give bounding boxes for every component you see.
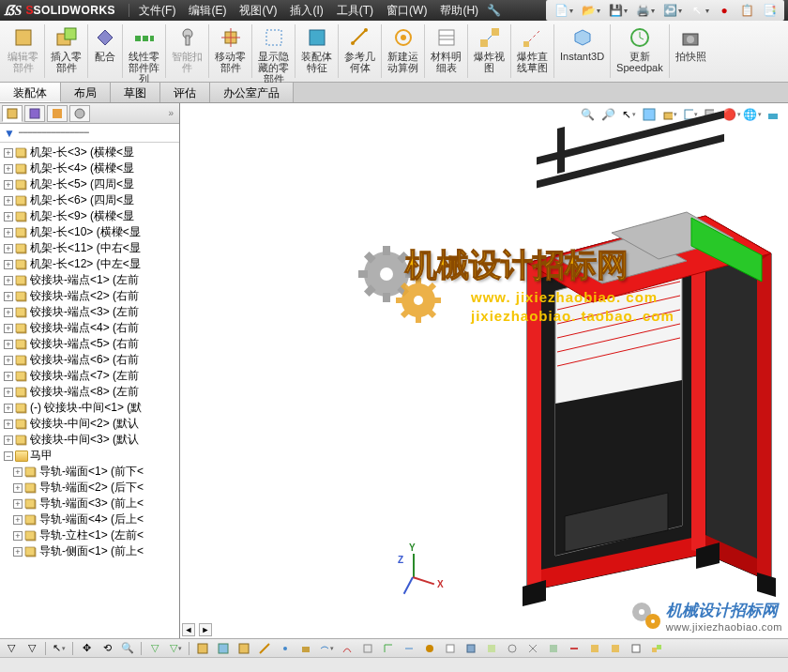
- filter-ext-icon[interactable]: [546, 641, 561, 656]
- tab-assembly[interactable]: 装配体: [0, 83, 61, 102]
- zoom-fit-icon[interactable]: 🔍: [580, 107, 595, 122]
- filter-wire-icon[interactable]: [567, 641, 582, 656]
- panel-expand-icon[interactable]: »: [168, 108, 177, 118]
- filter-ax-icon[interactable]: [257, 641, 272, 656]
- appearance-icon[interactable]: 🔴: [724, 107, 739, 122]
- expand-icon[interactable]: +: [4, 388, 13, 397]
- zoom-icon[interactable]: 🔍: [120, 641, 135, 656]
- expand-icon[interactable]: +: [4, 260, 13, 269]
- explode-line-button[interactable]: 爆炸直 线草图: [511, 24, 554, 78]
- prev-view-icon[interactable]: ↖: [621, 107, 636, 122]
- tree-item[interactable]: +导轨-端面<1> (前下<: [0, 464, 179, 480]
- edit-component-button[interactable]: 编辑零 部件: [2, 24, 45, 78]
- filter-conn-icon[interactable]: [505, 641, 520, 656]
- settings-button[interactable]: 📑: [760, 2, 779, 19]
- expand-icon[interactable]: +: [4, 212, 13, 221]
- filter-surf-icon[interactable]: [216, 641, 231, 656]
- expand-icon[interactable]: +: [13, 515, 23, 525]
- menu-tools[interactable]: 工具(T): [331, 1, 379, 21]
- menu-file[interactable]: 文件(F): [133, 1, 181, 21]
- tree-item[interactable]: +铰接块-端点<4> (右前: [0, 320, 179, 336]
- expand-icon[interactable]: +: [4, 164, 13, 174]
- expand-icon[interactable]: +: [13, 467, 23, 477]
- filter-face-icon[interactable]: [195, 641, 210, 656]
- filter-sketch-icon[interactable]: [360, 641, 375, 656]
- show-hidden-button[interactable]: 显示隐 藏的零 部件: [252, 24, 296, 78]
- filter-solid-icon[interactable]: [236, 641, 251, 656]
- expand-icon[interactable]: +: [13, 531, 23, 541]
- expand-icon[interactable]: +: [4, 420, 13, 429]
- assembly-feature-button[interactable]: 装配体 特征: [296, 24, 339, 78]
- filter-curve-icon[interactable]: [340, 641, 355, 656]
- new-doc-button[interactable]: 📄: [552, 2, 575, 19]
- options-button[interactable]: 📋: [737, 2, 756, 19]
- property-tab[interactable]: [24, 105, 45, 122]
- filter-dt-icon[interactable]: [484, 641, 499, 656]
- menu-edit[interactable]: 编辑(E): [183, 1, 232, 21]
- tree-item[interactable]: +机架-长<4> (横樑<显: [0, 160, 179, 176]
- filter-body-icon[interactable]: [587, 641, 602, 656]
- linear-pattern-button[interactable]: 线性零 部件阵 列: [123, 24, 166, 78]
- filter-mesh-icon[interactable]: [525, 641, 540, 656]
- tree-item[interactable]: +铰接块-端点<8> (左前: [0, 384, 179, 400]
- tree-item[interactable]: +铰接块-中间<3> (默认: [0, 432, 179, 448]
- tree-item[interactable]: +铰接块-端点<6> (右前: [0, 352, 179, 368]
- pan-icon[interactable]: ✥: [79, 641, 94, 656]
- tooltip-icon[interactable]: 🔧: [486, 3, 501, 18]
- tree-item[interactable]: +机架-长<6> (四周<显: [0, 192, 179, 208]
- exploded-view-button[interactable]: 爆炸视 图: [468, 24, 511, 78]
- model-tab-prev[interactable]: ◄: [182, 623, 195, 636]
- orientation-triad[interactable]: Y X Z: [396, 544, 443, 591]
- tree-item[interactable]: +铰接块-端点<1> (左前: [0, 272, 179, 288]
- filter-vertex-icon[interactable]: ▽: [4, 641, 19, 656]
- tab-office[interactable]: 办公室产品: [210, 83, 294, 102]
- tab-layout[interactable]: 布局: [61, 83, 111, 102]
- tree-item[interactable]: +铰接块-中间<2> (默认: [0, 416, 179, 432]
- expand-icon[interactable]: −: [4, 451, 13, 461]
- toggle-2-icon[interactable]: ▽: [168, 641, 183, 656]
- toggle-1-icon[interactable]: ▽: [147, 641, 162, 656]
- mate-button[interactable]: 配合: [88, 24, 123, 78]
- expand-icon[interactable]: +: [4, 196, 13, 206]
- expand-icon[interactable]: +: [4, 180, 13, 190]
- expand-icon[interactable]: +: [4, 435, 13, 445]
- section-icon[interactable]: [642, 107, 657, 122]
- tree-item[interactable]: +机架-长<3> (横樑<显: [0, 145, 179, 160]
- tree-item[interactable]: +导轨-侧面<1> (前上<: [0, 543, 179, 559]
- tree-item[interactable]: +铰接块-端点<5> (右前: [0, 336, 179, 352]
- scene-icon[interactable]: 🌐: [745, 107, 760, 122]
- open-button[interactable]: 📂: [579, 2, 602, 19]
- expand-icon[interactable]: +: [4, 244, 13, 253]
- menu-view[interactable]: 视图(V): [234, 1, 282, 21]
- tree-item[interactable]: +铰接块-端点<3> (左前: [0, 304, 179, 320]
- filter-weld-icon[interactable]: [422, 641, 437, 656]
- filter-icon[interactable]: ▼: [4, 127, 15, 140]
- tab-evaluate[interactable]: 评估: [160, 83, 210, 102]
- filter-edge-icon[interactable]: ▽: [24, 641, 39, 656]
- instant3d-button[interactable]: Instant3D: [554, 24, 611, 78]
- filter-tbl-icon[interactable]: [629, 641, 644, 656]
- save-button[interactable]: 💾: [606, 2, 629, 19]
- menu-help[interactable]: 帮助(H): [434, 1, 484, 21]
- tree-item[interactable]: +导轨-立柱<1> (左前<: [0, 527, 179, 543]
- tree-item[interactable]: +机架-长<12> (中左<显: [0, 256, 179, 272]
- tree-item[interactable]: +机架-长<9> (横樑<显: [0, 208, 179, 224]
- filter-ref-icon[interactable]: [608, 641, 623, 656]
- expand-icon[interactable]: +: [4, 276, 13, 285]
- filter-block-icon[interactable]: [463, 641, 478, 656]
- print-button[interactable]: 🖨️: [633, 2, 657, 19]
- filter-plane-icon[interactable]: [298, 641, 313, 656]
- feature-tree[interactable]: +机架-长<3> (横樑<显+机架-长<4> (横樑<显+机架-长<5> (四周…: [0, 143, 179, 638]
- menu-window[interactable]: 窗口(W): [381, 1, 432, 21]
- filter-dim-icon[interactable]: [402, 641, 417, 656]
- motion-study-button[interactable]: 新建运 动算例: [382, 24, 425, 78]
- filter-asm-icon[interactable]: [649, 641, 664, 656]
- tree-item[interactable]: +铰接块-端点<7> (左前: [0, 368, 179, 384]
- select-button[interactable]: ↖: [688, 2, 711, 19]
- expand-icon[interactable]: +: [4, 324, 13, 333]
- expand-icon[interactable]: +: [4, 372, 13, 381]
- rebuild-button[interactable]: ●: [715, 2, 734, 19]
- tree-item[interactable]: +机架-长<10> (横樑<显: [0, 224, 179, 240]
- filter-cs-icon[interactable]: [381, 641, 396, 656]
- expand-icon[interactable]: +: [4, 404, 13, 413]
